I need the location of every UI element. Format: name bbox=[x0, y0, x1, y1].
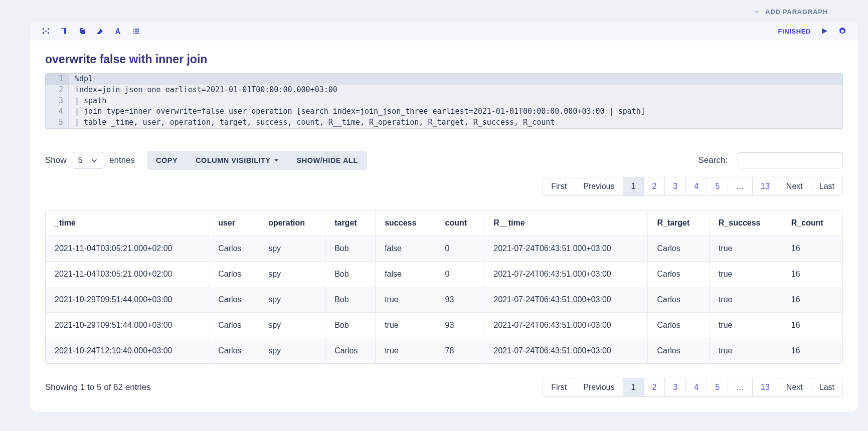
pager-page-5[interactable]: 5 bbox=[707, 378, 728, 396]
table-cell: Carlos bbox=[648, 236, 709, 262]
table-cell: 16 bbox=[782, 313, 842, 338]
column-header[interactable]: success bbox=[376, 210, 436, 236]
table-cell: 2021-07-24T06:43:51.000+03:00 bbox=[484, 262, 648, 287]
column-visibility-button[interactable]: COLUMN VISIBILITY bbox=[187, 151, 287, 170]
table-cell: 2021-07-24T06:43:51.000+03:00 bbox=[484, 287, 648, 313]
table-cell: Carlos bbox=[648, 338, 709, 363]
collapse-icon[interactable] bbox=[41, 27, 50, 36]
pager-page-13[interactable]: 13 bbox=[753, 378, 778, 396]
column-header[interactable]: target bbox=[325, 210, 376, 236]
pager-ellipsis: … bbox=[728, 378, 753, 396]
table-cell: Carlos bbox=[209, 262, 259, 287]
table-cell: 2021-07-24T06:43:51.000+03:00 bbox=[484, 236, 648, 262]
pager-page-4[interactable]: 4 bbox=[686, 177, 707, 195]
run-icon[interactable] bbox=[820, 27, 829, 36]
table-cell: 16 bbox=[782, 287, 842, 313]
table-cell: false bbox=[376, 236, 436, 262]
pager-previous[interactable]: Previous bbox=[575, 177, 623, 195]
pager-page-1[interactable]: 1 bbox=[623, 378, 644, 396]
table-cell: 2021-07-24T06:43:51.000+03:00 bbox=[484, 313, 648, 338]
pager-page-5[interactable]: 5 bbox=[707, 177, 728, 195]
pager-next[interactable]: Next bbox=[778, 177, 811, 195]
pager-page-2[interactable]: 2 bbox=[644, 177, 665, 195]
table-cell: Carlos bbox=[648, 287, 709, 313]
gear-icon[interactable] bbox=[838, 27, 847, 36]
column-header[interactable]: R__time bbox=[484, 210, 648, 236]
table-cell: 93 bbox=[436, 313, 485, 338]
table-cell: 0 bbox=[436, 262, 485, 287]
table-cell: Carlos bbox=[209, 313, 259, 338]
table-cell: 78 bbox=[436, 338, 485, 363]
table-cell: Bob bbox=[325, 236, 376, 262]
pager-page-4[interactable]: 4 bbox=[686, 378, 707, 396]
table-row: 2021-10-29T09:51:44.000+03:00CarlosspyBo… bbox=[46, 287, 842, 313]
column-header[interactable]: R_success bbox=[710, 210, 782, 236]
add-paragraph-button[interactable]: ＋ ADD PARAGRAPH bbox=[753, 7, 828, 17]
table-cell: Carlos bbox=[209, 236, 259, 262]
table-cell: Carlos bbox=[209, 338, 259, 363]
pager-page-13[interactable]: 13 bbox=[753, 177, 778, 195]
column-header[interactable]: user bbox=[209, 210, 259, 236]
table-cell: true bbox=[710, 338, 782, 363]
column-header[interactable]: count bbox=[436, 210, 485, 236]
column-header[interactable]: R_count bbox=[782, 210, 842, 236]
table-cell: 16 bbox=[782, 236, 842, 262]
table-cell: 2021-10-24T12:10:40.000+03:00 bbox=[46, 338, 209, 363]
eraser-icon[interactable] bbox=[95, 27, 104, 36]
copy-icon[interactable] bbox=[77, 27, 86, 36]
pager-first[interactable]: First bbox=[543, 177, 575, 195]
paragraph-toolbar: FINISHED bbox=[30, 22, 858, 41]
table-row: 2021-10-24T12:10:40.000+03:00CarlosspyCa… bbox=[46, 338, 842, 363]
font-icon[interactable] bbox=[113, 27, 122, 36]
pager-first[interactable]: First bbox=[543, 378, 575, 396]
pager-previous[interactable]: Previous bbox=[575, 378, 623, 396]
table-cell: false bbox=[376, 262, 436, 287]
table-cell: 0 bbox=[436, 236, 485, 262]
paragraph-card: FINISHED overwrite false with inner join… bbox=[30, 22, 858, 412]
status-label: FINISHED bbox=[778, 28, 811, 35]
table-cell: spy bbox=[259, 338, 325, 363]
table-cell: spy bbox=[259, 287, 325, 313]
column-header[interactable]: _time bbox=[46, 210, 209, 236]
page-size-value: 5 bbox=[78, 155, 83, 165]
table-cell: spy bbox=[259, 313, 325, 338]
table-cell: Carlos bbox=[648, 313, 709, 338]
table-cell: true bbox=[376, 338, 436, 363]
table-cell: 2021-11-04T03:05:21.000+02:00 bbox=[46, 236, 209, 262]
table-cell: true bbox=[710, 262, 782, 287]
table-cell: Bob bbox=[325, 262, 376, 287]
column-header[interactable]: operation bbox=[259, 210, 325, 236]
plus-icon: ＋ bbox=[753, 7, 761, 17]
book-icon[interactable] bbox=[59, 27, 68, 36]
pager-page-3[interactable]: 3 bbox=[665, 177, 686, 195]
code-editor[interactable]: 1%dpl2index=join_json_one earliest=2021-… bbox=[45, 73, 843, 129]
pager-last[interactable]: Last bbox=[811, 177, 842, 195]
table-row: 2021-10-29T09:51:44.000+03:00CarlosspyBo… bbox=[46, 313, 842, 338]
show-hide-all-button[interactable]: SHOW/HIDE ALL bbox=[288, 151, 367, 170]
column-header[interactable]: R_target bbox=[648, 210, 709, 236]
table-cell: spy bbox=[259, 262, 325, 287]
table-cell: 2021-07-24T06:43:51.000+03:00 bbox=[484, 338, 648, 363]
pager-page-1[interactable]: 1 bbox=[623, 177, 644, 195]
list-icon[interactable] bbox=[131, 27, 140, 36]
copy-button[interactable]: COPY bbox=[147, 151, 187, 170]
pager-last[interactable]: Last bbox=[811, 378, 842, 396]
table-cell: true bbox=[710, 236, 782, 262]
page-size-select[interactable]: 5 bbox=[73, 152, 103, 169]
table-cell: Bob bbox=[325, 287, 376, 313]
table-cell: 2021-10-29T09:51:44.000+03:00 bbox=[46, 287, 209, 313]
table-cell: true bbox=[376, 313, 436, 338]
table-info: Showing 1 to 5 of 62 entries bbox=[45, 382, 151, 392]
table-cell: 16 bbox=[782, 262, 842, 287]
pager-page-2[interactable]: 2 bbox=[644, 378, 665, 396]
add-paragraph-label: ADD PARAGRAPH bbox=[765, 8, 828, 16]
search-input[interactable] bbox=[738, 152, 843, 168]
table-cell: true bbox=[710, 287, 782, 313]
entries-label: entries bbox=[109, 155, 135, 165]
pager-page-3[interactable]: 3 bbox=[665, 378, 686, 396]
pager-bottom: FirstPrevious12345…13NextLast bbox=[543, 378, 843, 397]
pager-top: FirstPrevious12345…13NextLast bbox=[543, 177, 843, 196]
pager-next[interactable]: Next bbox=[778, 378, 811, 396]
table-cell: Carlos bbox=[209, 287, 259, 313]
pager-ellipsis: … bbox=[728, 177, 753, 195]
